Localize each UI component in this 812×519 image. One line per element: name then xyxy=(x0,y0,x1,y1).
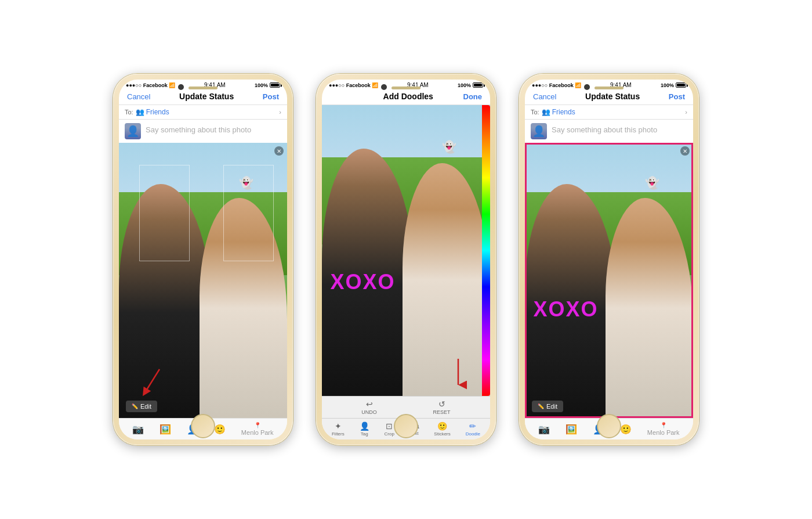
tag-icon-2: 👤 xyxy=(360,421,369,431)
user-avatar-3: 👤 xyxy=(531,123,547,139)
stickers-label-2: Stickers xyxy=(434,431,450,437)
wifi-icon-2: 📶 xyxy=(372,82,378,88)
battery-icon-3 xyxy=(676,82,686,88)
caption-area-1: 👤 Say something about this photo xyxy=(119,120,287,143)
battery-fill-3 xyxy=(677,84,685,86)
carrier-info-2: ●●●○○ Facebook 📶 xyxy=(329,82,378,88)
wifi-icon-3: 📶 xyxy=(575,82,581,88)
home-button-3[interactable] xyxy=(597,414,621,438)
edit-label-3: Edit xyxy=(546,403,557,410)
ghost-sticker-1: 👻 xyxy=(239,176,253,190)
ghost-sticker-2: 👻 xyxy=(442,140,456,154)
carrier-text-1: ●●●○○ Facebook xyxy=(126,82,168,88)
carrier-text-2: ●●●○○ Facebook xyxy=(329,82,371,88)
edit-button-3[interactable]: ✏️ Edit xyxy=(532,401,563,412)
caption-placeholder-3[interactable]: Say something about this photo xyxy=(552,123,657,134)
doodle-xoxo-3: XOXO xyxy=(534,297,599,322)
front-camera-2 xyxy=(381,84,387,90)
camera-icon-3: 📷 xyxy=(538,424,550,435)
front-camera-1 xyxy=(178,84,184,90)
nav-title-2: Add Doodles xyxy=(383,92,433,101)
doodle-tool-2[interactable]: ✏ Doodle xyxy=(466,421,480,437)
red-arrow-1 xyxy=(128,369,162,404)
svg-line-0 xyxy=(145,369,160,392)
battery-info-1: 100% xyxy=(255,82,280,88)
nav-title-3: Update Status xyxy=(585,92,640,101)
location-text-1: Menlo Park xyxy=(241,429,274,436)
speaker-2 xyxy=(392,86,420,89)
battery-icon-1 xyxy=(270,82,280,88)
phone-1-screen: ●●●○○ Facebook 📶 9:41 AM 100% Cancel Upd… xyxy=(119,80,287,439)
crop-tool-2[interactable]: ⊡ Crop xyxy=(385,421,394,437)
caption-placeholder-1[interactable]: Say something about this photo xyxy=(146,123,251,134)
post-button-1[interactable]: Post xyxy=(263,92,279,101)
crop-label-2: Crop xyxy=(385,431,394,437)
front-camera-3 xyxy=(584,84,590,90)
battery-info-3: 100% xyxy=(661,82,686,88)
photo-area-3: 👻 XOXO ✕ ✏️ Edit xyxy=(525,143,693,418)
to-label-3: To: xyxy=(531,109,539,116)
battery-info-2: 100% xyxy=(458,82,483,88)
avatar-img-1: 👤 xyxy=(125,123,141,139)
color-slider-2[interactable] xyxy=(482,105,490,396)
friends-icon-1: 👥 xyxy=(136,108,144,116)
photo-icon-3: 🖼️ xyxy=(566,424,577,435)
undo-label-2: UNDO xyxy=(361,409,377,415)
phone-2: ●●●○○ Facebook 📶 9:41 AM 100% Add Doodle… xyxy=(316,74,496,445)
done-button-2[interactable]: Done xyxy=(463,92,483,101)
cancel-button-1[interactable]: Cancel xyxy=(127,92,150,101)
ghost-sticker-3: 👻 xyxy=(645,176,659,190)
photo-tool-3[interactable]: 🖼️ xyxy=(566,424,577,435)
location-text-3: Menlo Park xyxy=(647,429,680,436)
photo-close-3[interactable]: ✕ xyxy=(680,146,690,156)
selfie-photo-3: 👻 XOXO ✕ ✏️ Edit xyxy=(525,143,693,418)
pin-icon-3: 📍 xyxy=(660,422,667,428)
photo-close-1[interactable]: ✕ xyxy=(274,146,284,156)
nav-bar-1: Cancel Update Status Post xyxy=(119,89,287,105)
camera-tool-1[interactable]: 📷 xyxy=(132,424,144,435)
phone-2-screen: ●●●○○ Facebook 📶 9:41 AM 100% Add Doodle… xyxy=(322,80,490,439)
cancel-button-3[interactable]: Cancel xyxy=(533,92,556,101)
phone-1: ●●●○○ Facebook 📶 9:41 AM 100% Cancel Upd… xyxy=(113,74,293,445)
doodle-icon-2: ✏ xyxy=(469,421,476,431)
emoji-tool-1[interactable]: 🙂 xyxy=(214,424,226,435)
home-button-1[interactable] xyxy=(191,414,215,438)
filters-icon-2: ✦ xyxy=(335,421,342,431)
carrier-info-3: ●●●○○ Facebook 📶 xyxy=(532,82,581,88)
reset-label-2: RESET xyxy=(433,409,451,415)
home-button-2[interactable] xyxy=(394,414,418,438)
caption-area-3: 👤 Say something about this photo xyxy=(525,120,693,143)
camera-tool-3[interactable]: 📷 xyxy=(538,424,550,435)
tag-label-2: Tag xyxy=(361,431,368,437)
location-tool-1[interactable]: 📍 Menlo Park xyxy=(241,422,274,436)
speaker-1 xyxy=(188,86,217,89)
phone-3-screen: ●●●○○ Facebook 📶 9:41 AM 100% Cancel Upd… xyxy=(525,80,693,439)
to-row-1[interactable]: To: 👥 Friends › xyxy=(119,105,287,120)
phone-1-body: ●●●○○ Facebook 📶 9:41 AM 100% Cancel Upd… xyxy=(113,74,293,445)
friends-value-1: Friends xyxy=(146,108,169,116)
reset-action-2[interactable]: ↺ RESET xyxy=(433,399,451,415)
chevron-icon-3: › xyxy=(685,109,687,116)
post-button-3[interactable]: Post xyxy=(669,92,685,101)
phone-3-body: ●●●○○ Facebook 📶 9:41 AM 100% Cancel Upd… xyxy=(519,74,699,445)
carrier-text-3: ●●●○○ Facebook xyxy=(532,82,574,88)
emoji-icon-3: 🙂 xyxy=(620,424,632,435)
battery-icon-2 xyxy=(473,82,483,88)
pencil-icon-1: ✏️ xyxy=(132,403,138,409)
photo-tool-1[interactable]: 🖼️ xyxy=(160,424,171,435)
selfie-photo-1: 👻 ✕ ✏️ Edit xyxy=(119,143,287,418)
location-tool-3[interactable]: 📍 Menlo Park xyxy=(647,422,680,436)
tag-tool-2[interactable]: 👤 Tag xyxy=(360,421,369,437)
filters-tool-2[interactable]: ✦ Filters xyxy=(332,421,345,437)
doodle-label-2: Doodle xyxy=(466,431,480,437)
battery-fill-1 xyxy=(271,84,279,86)
to-row-3[interactable]: To: 👥 Friends › xyxy=(525,105,693,120)
photo-area-2: 👻 XOXO xyxy=(322,105,490,396)
avatar-img-3: 👤 xyxy=(531,123,547,139)
undo-action-2[interactable]: ↩ UNDO xyxy=(361,399,377,415)
battery-pct-2: 100% xyxy=(458,82,471,88)
reset-icon-2: ↺ xyxy=(438,399,445,409)
stickers-tool-2[interactable]: 🙂 Stickers xyxy=(434,421,450,437)
emoji-tool-3[interactable]: 🙂 xyxy=(620,424,632,435)
friends-value-3: Friends xyxy=(552,108,575,116)
